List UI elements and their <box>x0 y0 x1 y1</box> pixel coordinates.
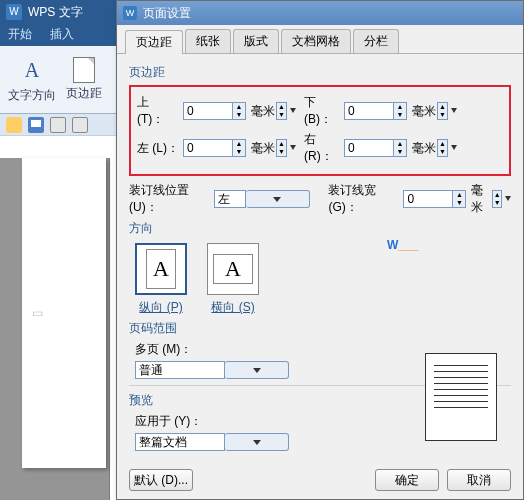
letter-a-icon: A <box>225 256 241 282</box>
top-spin[interactable]: ▲▼ <box>183 102 246 120</box>
chevron-down-icon[interactable] <box>225 433 289 451</box>
spin-up-icon[interactable]: ▲ <box>233 140 245 148</box>
bottom-unit: 毫米 <box>412 103 436 120</box>
dropdown-icon[interactable] <box>451 145 457 151</box>
portrait-preview: A <box>135 243 187 295</box>
dialog-tabs: 页边距 纸张 版式 文档网格 分栏 <box>117 25 523 54</box>
top-unit: 毫米 <box>251 103 275 120</box>
left-spin[interactable]: ▲▼ <box>183 139 246 157</box>
page-margins-label: 页边距 <box>66 85 102 102</box>
page-icon <box>73 57 95 83</box>
landscape-preview: A <box>207 243 259 295</box>
tab-layout[interactable]: 版式 <box>233 29 279 53</box>
gutter-pos-input[interactable] <box>214 190 246 208</box>
chevron-down-icon[interactable] <box>246 190 310 208</box>
watermark: W___ <box>387 233 418 254</box>
bottom-input[interactable] <box>344 102 394 120</box>
gutter-pos-select[interactable] <box>214 190 310 208</box>
spin-down-icon[interactable]: ▼ <box>394 148 406 156</box>
page-range-section-label: 页码范围 <box>129 320 511 337</box>
tab-margins[interactable]: 页边距 <box>125 30 183 54</box>
gutter-width-unit: 毫米 <box>471 182 491 216</box>
ribbon-tab-insert[interactable]: 插入 <box>50 26 74 46</box>
right-unit: 毫米 <box>412 140 436 157</box>
multi-page-label: 多页 (M)： <box>135 341 192 358</box>
page-setup-dialog: W 页面设置 页边距 纸张 版式 文档网格 分栏 页边距 上 (T)： ▲▼ 毫… <box>116 0 524 500</box>
top-input[interactable] <box>183 102 233 120</box>
spin-up-icon[interactable]: ▲ <box>394 103 406 111</box>
ok-button[interactable]: 确定 <box>375 469 439 491</box>
portrait-label[interactable]: 纵向 (P) <box>139 299 182 316</box>
orientation-section-label: 方向 <box>129 220 511 237</box>
bottom-spin[interactable]: ▲▼ <box>344 102 407 120</box>
default-button[interactable]: 默认 (D)... <box>129 469 193 491</box>
open-icon[interactable] <box>6 117 22 133</box>
tab-columns[interactable]: 分栏 <box>353 29 399 53</box>
spin-down-icon[interactable]: ▼ <box>233 148 245 156</box>
document-page: ▭ <box>22 158 106 468</box>
dialog-title-bar: W 页面设置 <box>117 1 523 25</box>
margins-highlight-box: 上 (T)： ▲▼ 毫米▲▼ 下 (B)： ▲▼ 毫米▲▼ 左 (L)： ▲▼ <box>129 85 511 176</box>
tab-grid[interactable]: 文档网格 <box>281 29 351 53</box>
right-spin[interactable]: ▲▼ <box>344 139 407 157</box>
right-input[interactable] <box>344 139 394 157</box>
multi-page-select[interactable] <box>135 361 289 379</box>
left-unit: 毫米 <box>251 140 275 157</box>
dialog-logo-icon: W <box>123 6 137 20</box>
multi-page-input[interactable] <box>135 361 225 379</box>
spin-up-icon[interactable]: ▲ <box>233 103 245 111</box>
dropdown-icon[interactable] <box>290 108 296 114</box>
spin-up-icon[interactable]: ▲ <box>394 140 406 148</box>
left-label: 左 (L)： <box>137 140 179 157</box>
page-preview-icon <box>425 353 497 441</box>
dialog-title: 页面设置 <box>143 1 191 25</box>
page-placeholder-icon: ▭ <box>32 306 42 318</box>
document-area: ▭ <box>0 158 110 500</box>
tab-paper[interactable]: 纸张 <box>185 29 231 53</box>
bottom-label: 下 (B)： <box>304 94 340 128</box>
print-preview-icon[interactable] <box>72 117 88 133</box>
top-label: 上 (T)： <box>137 94 179 128</box>
dialog-footer: 默认 (D)... 确定 取消 <box>117 469 523 491</box>
gutter-pos-label: 装订线位置 (U)： <box>129 182 210 216</box>
apply-to-select[interactable] <box>135 433 289 451</box>
spin-down-icon[interactable]: ▼ <box>233 111 245 119</box>
spin-up-icon[interactable]: ▲ <box>453 191 465 199</box>
spin-down-icon[interactable]: ▼ <box>394 111 406 119</box>
spin-down-icon[interactable]: ▼ <box>453 199 465 207</box>
letter-a-icon: A <box>153 256 169 282</box>
gutter-width-spin[interactable]: ▲▼ <box>403 190 466 208</box>
text-direction-label: 文字方向 <box>8 87 56 104</box>
left-input[interactable] <box>183 139 233 157</box>
text-direction-icon: A <box>20 56 44 85</box>
gutter-width-input[interactable] <box>403 190 453 208</box>
print-icon[interactable] <box>50 117 66 133</box>
wps-logo-icon: W <box>6 4 22 20</box>
dropdown-icon[interactable] <box>290 145 296 151</box>
ribbon-tab-home[interactable]: 开始 <box>8 26 32 46</box>
landscape-label[interactable]: 横向 (S) <box>211 299 254 316</box>
dropdown-icon[interactable] <box>451 108 457 114</box>
cancel-button[interactable]: 取消 <box>447 469 511 491</box>
right-label: 右 (R)： <box>304 131 340 165</box>
app-title: WPS 文字 <box>28 0 83 24</box>
page-margins-button[interactable]: 页边距 <box>66 57 102 102</box>
apply-to-input[interactable] <box>135 433 225 451</box>
chevron-down-icon[interactable] <box>225 361 289 379</box>
apply-to-label: 应用于 (Y)： <box>135 413 202 430</box>
margins-section-label: 页边距 <box>129 64 511 81</box>
orientation-portrait[interactable]: A 纵向 (P) <box>135 243 187 316</box>
orientation-landscape[interactable]: A 横向 (S) <box>207 243 259 316</box>
save-icon[interactable] <box>28 117 44 133</box>
text-direction-button[interactable]: A 文字方向 <box>8 56 56 104</box>
gutter-width-label: 装订线宽 (G)： <box>328 182 399 216</box>
dropdown-icon[interactable] <box>505 196 511 202</box>
